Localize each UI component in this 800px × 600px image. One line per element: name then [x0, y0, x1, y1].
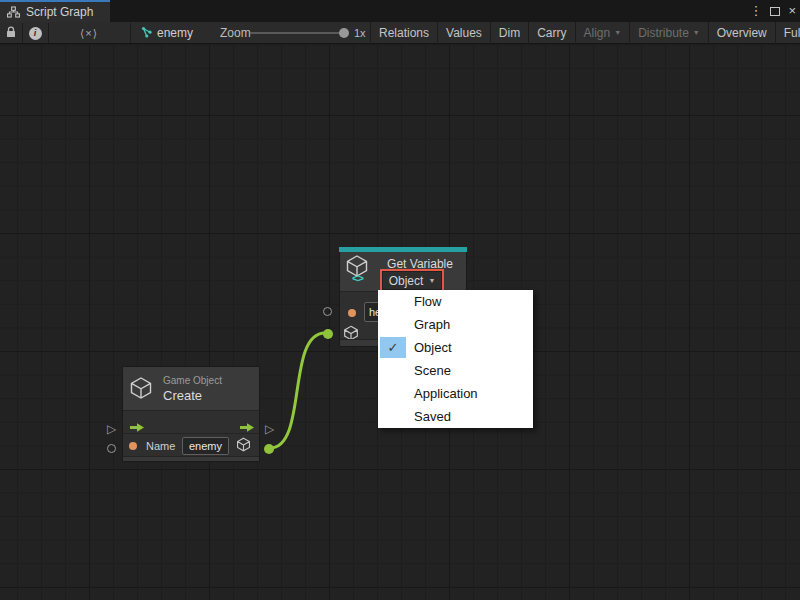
- zoom-slider-knob[interactable]: [339, 28, 349, 38]
- breadcrumb[interactable]: enemy: [157, 22, 193, 44]
- zoom-value: 1x: [354, 22, 366, 44]
- info-icon: i: [29, 27, 42, 40]
- tab-label: Script Graph: [26, 5, 93, 19]
- name-input-port[interactable]: [323, 307, 332, 316]
- lock-button[interactable]: [0, 22, 22, 44]
- chevron-down-icon: ▼: [614, 22, 621, 44]
- menu-item-saved[interactable]: Saved: [378, 405, 533, 428]
- flow-output-port[interactable]: ▷: [265, 423, 274, 435]
- flow-input-port[interactable]: ▷: [107, 423, 116, 435]
- graph-breadcrumb-icon: [140, 22, 156, 44]
- full-screen-button[interactable]: Full Screen: [775, 22, 800, 44]
- values-button[interactable]: Values: [437, 22, 490, 44]
- zoom-label: Zoom: [220, 22, 251, 44]
- dim-button[interactable]: Dim: [490, 22, 528, 44]
- toolbar-buttons: Relations Values Dim Carry Align ▼ Distr…: [370, 22, 800, 44]
- tab-script-graph[interactable]: Script Graph: [0, 0, 110, 22]
- string-port-dot: [348, 309, 356, 317]
- inspect-values-button[interactable]: ⟨×⟩: [48, 22, 130, 44]
- carry-button[interactable]: Carry: [528, 22, 574, 44]
- distribute-button[interactable]: Distribute ▼: [629, 22, 708, 44]
- tab-bar: Script Graph ⋮ ×: [0, 0, 800, 22]
- flow-in-arrow-icon: [129, 419, 145, 437]
- object-output-port-connected[interactable]: [264, 444, 274, 454]
- name-input-port[interactable]: [107, 444, 116, 453]
- node-subtitle: Game Object: [163, 375, 222, 386]
- object-input-port-connected[interactable]: [323, 329, 333, 339]
- graph-hierarchy-icon: [7, 6, 20, 18]
- string-port-dot: [129, 442, 137, 450]
- close-icon[interactable]: ×: [788, 0, 796, 22]
- variable-kind-dropdown[interactable]: Object ▼: [382, 271, 442, 290]
- relations-button[interactable]: Relations: [370, 22, 437, 44]
- name-port-label: Name: [146, 440, 175, 452]
- menu-item-flow[interactable]: Flow: [378, 290, 533, 313]
- maximize-icon[interactable]: [770, 2, 780, 20]
- menu-item-application[interactable]: Application: [378, 382, 533, 405]
- create-game-object-node[interactable]: Game Object Create Name enemy ▷ ▷: [122, 366, 260, 462]
- flow-out-arrow-icon: [239, 419, 255, 437]
- toolbar: i ⟨×⟩ enemy Zoom 1x Relations Values Dim…: [0, 22, 800, 44]
- game-object-cube-icon: [129, 376, 153, 400]
- menu-item-scene[interactable]: Scene: [378, 359, 533, 382]
- chevron-down-icon: ▼: [428, 271, 435, 290]
- node-title: Create: [163, 388, 202, 403]
- variable-code-icon: <>: [352, 272, 363, 284]
- menu-item-object[interactable]: ✓ Object: [378, 336, 533, 359]
- window-controls: ⋮ ×: [749, 0, 796, 22]
- check-icon: ✓: [380, 337, 406, 358]
- chevron-down-icon: ▼: [693, 22, 700, 44]
- menu-item-graph[interactable]: Graph: [378, 313, 533, 336]
- more-menu-icon[interactable]: ⋮: [749, 0, 762, 22]
- variable-kind-menu: Flow Graph ✓ Object Scene Application Sa…: [378, 290, 533, 428]
- overview-button[interactable]: Overview: [708, 22, 775, 44]
- name-input[interactable]: enemy: [182, 437, 229, 455]
- lock-icon: [5, 26, 17, 41]
- align-button[interactable]: Align ▼: [575, 22, 630, 44]
- game-object-output-cube-icon: [236, 437, 251, 452]
- info-button[interactable]: i: [22, 22, 48, 44]
- graph-canvas[interactable]: Game Object Create Name enemy ▷ ▷: [0, 44, 800, 600]
- zoom-slider[interactable]: [250, 32, 342, 34]
- node-title: Get Variable: [376, 257, 464, 271]
- code-brackets-icon: ⟨×⟩: [80, 27, 98, 40]
